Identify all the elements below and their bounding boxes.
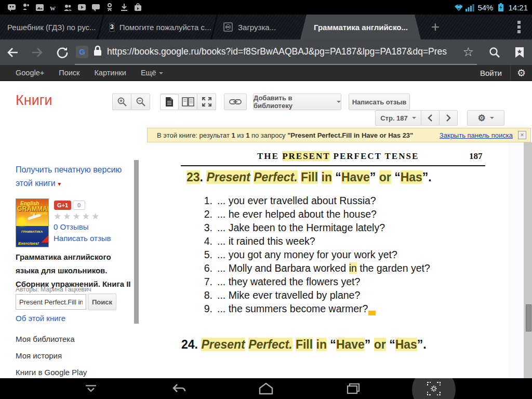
address-field[interactable]: G https://books.google.ru/books?id=f8SrB… bbox=[75, 39, 477, 65]
chevron-down-icon bbox=[159, 72, 163, 74]
lock-icon bbox=[93, 45, 102, 59]
search-icon[interactable] bbox=[482, 46, 507, 59]
youtube-icon bbox=[77, 3, 86, 12]
home-icon[interactable] bbox=[256, 378, 276, 399]
gplus-button[interactable]: G+1 bbox=[54, 201, 71, 210]
tab-title: Загрузка... bbox=[238, 23, 276, 32]
bookmarks-icon[interactable] bbox=[507, 47, 532, 58]
next-page-button[interactable] bbox=[439, 110, 458, 126]
chevron-down-icon bbox=[490, 117, 494, 119]
tab-grammatika-active[interactable]: Грамматика английско... × bbox=[300, 15, 421, 39]
fullscreen-button[interactable] bbox=[197, 94, 216, 110]
list-item: 7.... they watered the flowers yet? bbox=[200, 275, 430, 288]
books-logo[interactable]: Книги bbox=[16, 92, 52, 109]
battery-icon bbox=[496, 3, 505, 12]
sidebar-item-google-play-books[interactable]: Книги в Google Play bbox=[16, 368, 87, 377]
cover-corner-art bbox=[41, 235, 48, 243]
page-settings-button[interactable]: ⚙ bbox=[467, 110, 504, 126]
sidebar-item-my-library[interactable]: Моя библиотека bbox=[16, 335, 75, 343]
forward-button[interactable] bbox=[25, 47, 50, 58]
exercise-23-heading: 23. Present Perfect. Fill in “Have” or “… bbox=[187, 170, 432, 184]
right-scroll-gutter bbox=[524, 142, 532, 378]
page-number: 187 bbox=[469, 151, 483, 162]
page-scrollbar-track[interactable] bbox=[508, 142, 524, 378]
main-content: В этой книге: результат 1 из 1 по запрос… bbox=[0, 128, 532, 378]
images-link[interactable]: Картинки bbox=[94, 69, 126, 77]
reload-button[interactable] bbox=[50, 46, 75, 59]
tab-title: Помогите пожалуйста с... bbox=[119, 23, 211, 32]
book-page: THE PRESENT PERFECT TENSE 187 23. Presen… bbox=[147, 142, 508, 378]
back-button[interactable] bbox=[0, 47, 25, 58]
search-results-panel: В этой книге: результат 1 из 1 по запрос… bbox=[147, 128, 531, 142]
back-icon[interactable] bbox=[169, 378, 190, 399]
about-book-link[interactable]: Об этой книге bbox=[16, 314, 65, 323]
single-page-view-button[interactable] bbox=[160, 94, 179, 110]
list-item: 1.... you ever travelled about Russia? bbox=[200, 194, 430, 207]
page-select-button[interactable]: Стр. 187 bbox=[375, 110, 421, 126]
book-title: Грамматика английского языка для школьни… bbox=[16, 250, 136, 291]
wifi-icon bbox=[454, 3, 462, 12]
write-review-button[interactable]: Написать отзыв bbox=[349, 94, 410, 110]
settings-gear-icon[interactable]: ⚙ bbox=[510, 65, 532, 81]
odnoklassniki-icon bbox=[105, 3, 114, 12]
zoom-in-button[interactable] bbox=[112, 94, 131, 110]
browser-menu-icon[interactable] bbox=[517, 15, 532, 39]
site-favicon-3: 3 bbox=[110, 23, 114, 32]
globe-favicon bbox=[223, 22, 233, 32]
clock: 14:21 bbox=[508, 3, 528, 12]
tab-pomogite[interactable]: 3 Помогите пожалуйста с... bbox=[102, 15, 212, 39]
gear-icon: ⚙ bbox=[477, 113, 485, 124]
url-text: https://books.google.ru/books?id=f8SrBwA… bbox=[107, 46, 458, 57]
book-cover[interactable]: English GRAMMAR for pupils ГРАММАТИКА Ex… bbox=[16, 198, 49, 247]
chevron-down-icon bbox=[412, 117, 416, 119]
search-result-text: В этой книге: результат 1 из 1 по запрос… bbox=[157, 131, 413, 139]
reviews-link[interactable]: 0 Отзывы bbox=[54, 222, 88, 231]
hide-keyboard-icon[interactable] bbox=[81, 378, 101, 399]
status-bar: w 54% 14:21 bbox=[0, 0, 532, 15]
write-review-link[interactable]: Написать отзыв bbox=[54, 234, 111, 243]
book-search-button[interactable]: Поиск bbox=[88, 294, 116, 310]
list-item: 2.... he ever helped about the house? bbox=[200, 207, 430, 221]
list-item: 9.... the summers become warmer? bbox=[200, 302, 430, 315]
contacts-icon bbox=[63, 3, 72, 12]
screenshot-icon[interactable] bbox=[423, 378, 444, 399]
sidebar-item-my-history[interactable]: Моя история bbox=[16, 351, 62, 360]
googleplus-link[interactable]: Google+ bbox=[16, 69, 44, 77]
rating-stars[interactable]: ★★★★★ bbox=[54, 211, 101, 222]
bookmark-star-icon[interactable]: ☆ bbox=[462, 45, 477, 59]
close-search-panel-link[interactable]: Закрыть панель поиска bbox=[440, 131, 513, 139]
chevron-down-icon: ▾ bbox=[58, 180, 61, 188]
cover-text: ГРАММАТИКА bbox=[21, 230, 43, 233]
cover-sun-art bbox=[18, 218, 25, 225]
zoom-out-button[interactable] bbox=[131, 94, 150, 110]
book-authors: Авторы: Марина Гацкевич bbox=[16, 286, 91, 293]
exercise-24-heading: 24. Present Perfect. Fill in “Have” or “… bbox=[181, 338, 427, 352]
book-search-input[interactable] bbox=[16, 294, 86, 310]
google-favicon: G bbox=[76, 46, 88, 58]
w-app-icon: w bbox=[49, 3, 58, 12]
close-icon[interactable]: × bbox=[518, 131, 526, 139]
chat-smiley-icon bbox=[7, 3, 16, 12]
new-tab-button[interactable]: + bbox=[421, 15, 450, 39]
search-match-marker bbox=[368, 311, 376, 315]
prev-page-button[interactable] bbox=[421, 110, 440, 126]
link-button[interactable] bbox=[224, 94, 247, 110]
tab-reshebnik[interactable]: Решебник (ГДЗ) по рус... bbox=[0, 15, 99, 39]
android-nav-bar bbox=[0, 378, 532, 399]
two-page-view-button[interactable] bbox=[178, 94, 197, 110]
recent-apps-icon[interactable] bbox=[343, 378, 364, 399]
sign-in-link[interactable]: Войти bbox=[472, 69, 510, 77]
page-scrollbar-thumb[interactable] bbox=[526, 304, 531, 331]
add-to-library-button[interactable]: Добавить в библиотеку bbox=[253, 94, 341, 110]
tab-loading[interactable]: Загрузка... bbox=[216, 15, 294, 39]
notification-icons: w bbox=[0, 3, 454, 12]
google-services-bar: Google+ Поиск Картинки Ещё Войти ⚙ bbox=[0, 65, 532, 81]
sidebar-scrollbar[interactable] bbox=[134, 160, 139, 324]
tab-title: Решебник (ГДЗ) по рус... bbox=[7, 23, 96, 32]
get-print-version-link[interactable]: Получить печатную версию этой книги ▾ bbox=[16, 163, 132, 191]
chevron-down-icon bbox=[337, 101, 341, 103]
more-menu[interactable]: Ещё bbox=[141, 69, 163, 77]
search-link[interactable]: Поиск bbox=[59, 69, 79, 77]
sidebar: Получить печатную версию этой книги ▾ En… bbox=[0, 128, 147, 378]
gplus-widget[interactable]: G+1 0 bbox=[54, 201, 85, 210]
